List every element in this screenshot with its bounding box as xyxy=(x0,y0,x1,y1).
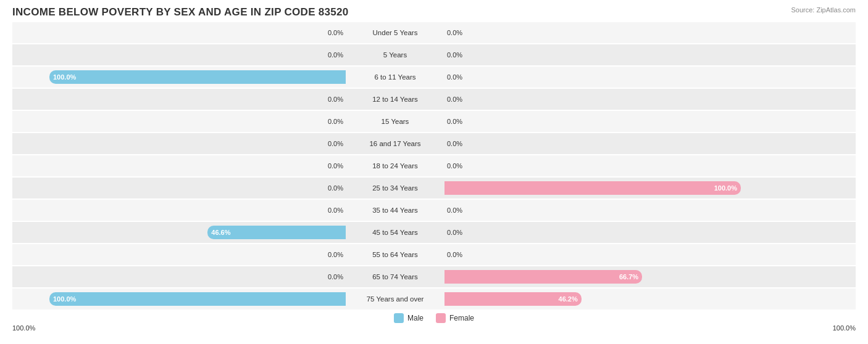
right-section: 0.0% xyxy=(444,111,778,132)
bar-label: 55 to 64 Years xyxy=(346,251,444,258)
left-section: 0.0% xyxy=(12,133,346,154)
bar-row: 46.6%45 to 54 Years0.0% xyxy=(12,222,856,243)
female-zero-value: 0.0% xyxy=(447,251,462,258)
right-section: 0.0% xyxy=(444,244,778,265)
female-zero-value: 0.0% xyxy=(447,29,462,36)
right-section: 0.0% xyxy=(444,22,778,43)
bottom-right-value: 100.0% xyxy=(833,324,856,332)
right-section: 46.2% xyxy=(444,289,778,309)
male-value-text: 46.6% xyxy=(211,229,230,236)
right-section: 0.0% xyxy=(444,155,778,176)
right-section: 0.0% xyxy=(444,133,778,154)
left-section: 0.0% xyxy=(12,200,346,221)
left-section: 0.0% xyxy=(12,22,346,43)
female-value-text: 46.2% xyxy=(559,295,578,303)
legend-female: Female xyxy=(436,313,474,323)
female-value-text: 100.0% xyxy=(714,184,737,192)
female-zero-value: 0.0% xyxy=(447,229,462,236)
bar-label: 6 to 11 Years xyxy=(346,73,444,81)
male-value-text: 100.0% xyxy=(53,73,76,81)
left-section: 0.0% xyxy=(12,111,346,132)
legend-female-label: Female xyxy=(449,314,474,322)
bottom-left-value: 100.0% xyxy=(12,324,35,332)
bottom-values: 100.0% 100.0% xyxy=(12,324,856,332)
bar-label: 65 to 74 Years xyxy=(346,273,444,281)
bar-label: 45 to 54 Years xyxy=(346,229,444,236)
male-zero-value: 0.0% xyxy=(328,96,343,103)
bar-row: 0.0%55 to 64 Years0.0% xyxy=(12,244,856,265)
female-zero-value: 0.0% xyxy=(447,51,462,59)
chart-title: INCOME BELOW POVERTY BY SEX AND AGE IN Z… xyxy=(12,6,856,18)
female-zero-value: 0.0% xyxy=(447,96,462,103)
legend: Male Female xyxy=(12,313,856,323)
bar-label: 16 and 17 Years xyxy=(346,140,444,147)
bar-label: 5 Years xyxy=(346,51,444,59)
male-zero-value: 0.0% xyxy=(328,184,343,192)
bar-row: 0.0%Under 5 Years0.0% xyxy=(12,22,856,43)
female-bar: 46.2% xyxy=(444,292,582,306)
left-section: 0.0% xyxy=(12,155,346,176)
left-section: 46.6% xyxy=(12,222,346,243)
female-zero-value: 0.0% xyxy=(447,207,462,214)
left-section: 0.0% xyxy=(12,244,346,265)
bar-label: 35 to 44 Years xyxy=(346,207,444,214)
bar-row: 0.0%25 to 34 Years100.0% xyxy=(12,178,856,199)
legend-female-box xyxy=(436,313,446,323)
right-section: 0.0% xyxy=(444,44,778,65)
female-zero-value: 0.0% xyxy=(447,162,462,170)
right-section: 0.0% xyxy=(444,89,778,110)
male-zero-value: 0.0% xyxy=(328,29,343,36)
male-bar: 100.0% xyxy=(49,70,346,84)
bar-label: 12 to 14 Years xyxy=(346,96,444,103)
female-zero-value: 0.0% xyxy=(447,73,462,81)
right-section: 0.0% xyxy=(444,200,778,221)
bar-row: 0.0%16 and 17 Years0.0% xyxy=(12,133,856,154)
male-zero-value: 0.0% xyxy=(328,207,343,214)
bar-row: 100.0%75 Years and over46.2% xyxy=(12,289,856,309)
legend-male-label: Male xyxy=(407,314,424,322)
bar-label: Under 5 Years xyxy=(346,29,444,36)
legend-male: Male xyxy=(394,313,424,323)
left-section: 100.0% xyxy=(12,289,346,309)
right-section: 66.7% xyxy=(444,266,778,287)
bar-label: 18 to 24 Years xyxy=(346,162,444,170)
legend-male-box xyxy=(394,313,404,323)
bar-row: 0.0%65 to 74 Years66.7% xyxy=(12,266,856,287)
male-value-text: 100.0% xyxy=(53,295,76,303)
bar-row: 0.0%15 Years0.0% xyxy=(12,111,856,132)
chart-container: INCOME BELOW POVERTY BY SEX AND AGE IN Z… xyxy=(0,0,868,344)
left-section: 0.0% xyxy=(12,44,346,65)
male-zero-value: 0.0% xyxy=(328,273,343,281)
right-section: 100.0% xyxy=(444,178,778,199)
male-zero-value: 0.0% xyxy=(328,51,343,59)
bar-label: 25 to 34 Years xyxy=(346,184,444,192)
bar-label: 75 Years and over xyxy=(346,295,444,303)
left-section: 0.0% xyxy=(12,89,346,110)
male-zero-value: 0.0% xyxy=(328,162,343,170)
male-bar: 100.0% xyxy=(49,292,346,306)
bar-row: 0.0%12 to 14 Years0.0% xyxy=(12,89,856,110)
bar-label: 15 Years xyxy=(346,118,444,125)
left-section: 100.0% xyxy=(12,67,346,88)
female-bar: 100.0% xyxy=(444,181,741,195)
left-section: 0.0% xyxy=(12,266,346,287)
right-section: 0.0% xyxy=(444,67,778,88)
female-bar: 66.7% xyxy=(444,270,642,284)
male-zero-value: 0.0% xyxy=(328,251,343,258)
bar-row: 100.0%6 to 11 Years0.0% xyxy=(12,67,856,88)
bar-row: 0.0%5 Years0.0% xyxy=(12,44,856,65)
left-section: 0.0% xyxy=(12,178,346,199)
male-zero-value: 0.0% xyxy=(328,140,343,147)
male-zero-value: 0.0% xyxy=(328,118,343,125)
right-section: 0.0% xyxy=(444,222,778,243)
bar-row: 0.0%35 to 44 Years0.0% xyxy=(12,200,856,221)
female-zero-value: 0.0% xyxy=(447,140,462,147)
source-text: Source: ZipAtlas.com xyxy=(791,6,856,14)
bar-row: 0.0%18 to 24 Years0.0% xyxy=(12,155,856,176)
female-zero-value: 0.0% xyxy=(447,118,462,125)
bars-area: 0.0%Under 5 Years0.0%0.0%5 Years0.0%100.… xyxy=(12,22,856,309)
female-value-text: 66.7% xyxy=(619,273,638,281)
male-bar: 46.6% xyxy=(207,226,346,239)
